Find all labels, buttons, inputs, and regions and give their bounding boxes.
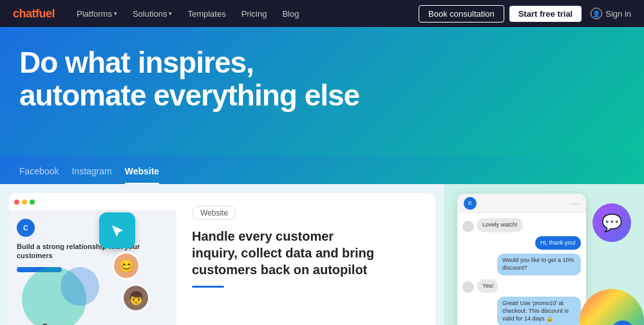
nav-links: Platforms ▾ Solutions ▾ Templates Pricin… — [70, 0, 419, 27]
hero-section: Do what inspires, automate everything el… — [0, 27, 644, 156]
chat-messages: Lovely watch! Hi, thank you! Would you l… — [457, 213, 586, 325]
left-card: C Build a strong relationship with your … — [9, 193, 435, 325]
phone-header: C ··· — [457, 194, 586, 213]
message-row: Would you like to get a 10% discount? — [462, 254, 581, 275]
circle-decoration-2 — [61, 267, 99, 306]
card-heading: Handle every customer inquiry, collect d… — [192, 228, 380, 278]
avatar-face-1: 😊 — [114, 254, 138, 278]
message-row: Great! Use 'promo10' at checkout. This d… — [462, 297, 581, 325]
message-row: Hi, thank you! — [462, 236, 581, 250]
chat-bubble-right-light: Great! Use 'promo10' at checkout. This d… — [497, 297, 581, 325]
avatar-2: 👦 — [122, 284, 150, 312]
phone-mockup: C ··· Lovely watch! Hi, thank you! Would… — [457, 194, 586, 325]
window-minimize-dot — [22, 200, 27, 205]
cursor-icon: ↖ — [41, 319, 52, 325]
chat-bubble-left: Yes! — [477, 279, 498, 293]
navbar: chatfuel Platforms ▾ Solutions ▾ Templat… — [0, 0, 644, 27]
nav-solutions[interactable]: Solutions ▾ — [126, 0, 178, 27]
book-consultation-button[interactable]: Book consultation — [419, 5, 504, 23]
message-avatar — [462, 281, 474, 293]
brand-logo[interactable]: chatfuel — [13, 7, 55, 21]
window-maximize-dot — [30, 200, 35, 205]
messenger-icon: 💬 — [601, 213, 622, 233]
website-tag: Website — [192, 206, 236, 220]
chat-bubble-right: Hi, thank you! — [535, 236, 581, 250]
right-preview: C ··· Lovely watch! Hi, thank you! Would… — [444, 184, 644, 325]
chat-bubble-right-light: Would you like to get a 10% discount? — [497, 254, 581, 275]
nav-templates[interactable]: Templates — [181, 0, 232, 27]
browser-bar — [9, 193, 176, 211]
window-close-dot — [14, 200, 19, 205]
floating-cursor-icon — [99, 212, 135, 248]
chevron-down-icon: ▾ — [169, 10, 172, 17]
chat-bubble-left: Lovely watch! — [477, 218, 523, 232]
chatfuel-phone-logo: C — [464, 197, 477, 210]
tab-instagram[interactable]: Instagram — [71, 166, 111, 184]
tab-facebook[interactable]: Facebook — [19, 166, 59, 184]
chatfuel-logo-small: C — [17, 219, 35, 237]
content-area: C Build a strong relationship with your … — [0, 184, 644, 325]
message-row: Yes! — [462, 279, 581, 293]
nav-blog[interactable]: Blog — [276, 0, 305, 27]
nav-platforms[interactable]: Platforms ▾ — [70, 0, 124, 27]
start-free-trial-button[interactable]: Start free trial — [509, 6, 582, 22]
user-icon: 👤 — [591, 8, 602, 19]
phone-menu-dots: ··· — [570, 198, 580, 209]
build-text: Build a strong relationship with your cu… — [17, 242, 169, 261]
chevron-down-icon: ▾ — [114, 10, 117, 17]
sign-in-button[interactable]: 👤 Sign in — [591, 8, 631, 19]
avatar-1: 😊 — [112, 252, 140, 280]
nav-actions: Book consultation Start free trial 👤 Sig… — [419, 5, 631, 23]
browser-mockup: C Build a strong relationship with your … — [9, 193, 176, 325]
messenger-badge: 💬 — [592, 203, 631, 242]
card-underline-decoration — [192, 286, 224, 288]
nav-pricing[interactable]: Pricing — [235, 0, 274, 27]
platform-tabs: Facebook Instagram Website — [0, 156, 644, 184]
message-row: Lovely watch! — [462, 218, 581, 232]
cursor-svg — [110, 223, 124, 237]
avatar-face-2: 👦 — [124, 286, 148, 310]
message-avatar — [462, 221, 474, 232]
tab-website[interactable]: Website — [125, 166, 159, 184]
colorful-decoration — [580, 289, 644, 325]
hero-title: Do what inspires, automate everything el… — [19, 46, 406, 111]
card-text-panel: Website Handle every customer inquiry, c… — [176, 193, 395, 325]
